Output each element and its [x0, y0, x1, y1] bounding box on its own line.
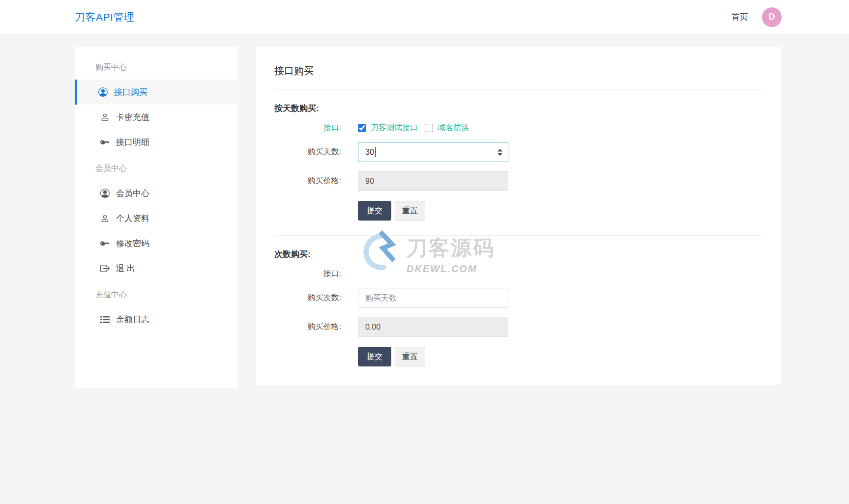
count-submit-button[interactable]: 提交	[358, 347, 391, 366]
api-flood-label[interactable]: 域名防洪	[438, 123, 469, 133]
sidebar-item-label: 个人资料	[116, 213, 149, 224]
count-price-label: 购买价格:	[274, 322, 341, 332]
spinner-up-icon[interactable]	[498, 148, 502, 151]
sidebar-item-label: 修改密码	[116, 238, 149, 249]
sidebar-item-api-purchase[interactable]: 接口购买	[75, 80, 237, 105]
count-price-input	[358, 317, 508, 337]
count-api-row: 接口:	[274, 269, 762, 279]
person-circle-icon	[98, 87, 108, 97]
sidebar-section-purchase: 购买中心	[75, 54, 237, 80]
days-label: 购买天数:	[274, 147, 341, 157]
day-price-input	[358, 171, 508, 191]
day-price-row: 购买价格:	[274, 171, 762, 191]
count-form-heading: 次数购买:	[274, 249, 762, 260]
form-divider	[274, 235, 762, 236]
sidebar-item-label: 卡密充值	[116, 112, 149, 123]
sidebar-item-label: 接口购买	[114, 86, 147, 98]
sidebar-item-logout[interactable]: 退 出	[75, 256, 237, 281]
sidebar-item-label: 接口明细	[116, 137, 149, 148]
sign-out-icon	[100, 264, 110, 273]
api-test-label[interactable]: 刀客测试接口	[371, 123, 418, 133]
page-title: 接口购买	[274, 47, 762, 90]
avatar[interactable]: D	[762, 7, 782, 27]
key-icon	[100, 138, 110, 147]
number-spinner[interactable]	[498, 148, 502, 156]
main-panel: 接口购买 按天数购买: 接口: 刀客测试接口 域名防洪 购买天数: 购买价格:	[256, 47, 781, 385]
sidebar: 购买中心 接口购买 卡密充值 接口明细 会员中心 会员中心 个人资料 修改密码 …	[75, 47, 237, 388]
person-icon	[100, 112, 110, 122]
api-option-test: 刀客测试接口	[358, 123, 425, 133]
sidebar-item-member-center[interactable]: 会员中心	[75, 181, 237, 206]
sidebar-item-card-recharge[interactable]: 卡密充值	[75, 105, 237, 130]
sidebar-item-balance-log[interactable]: 余额日志	[75, 307, 237, 332]
sidebar-item-api-detail[interactable]: 接口明细	[75, 130, 237, 155]
day-reset-button[interactable]: 重置	[395, 201, 425, 221]
api-option-flood: 域名防洪	[425, 123, 476, 133]
day-form-heading: 按天数购买:	[274, 103, 762, 114]
count-row: 购买次数:	[274, 288, 762, 308]
days-input[interactable]	[358, 142, 508, 162]
api-test-checkbox[interactable]	[358, 124, 366, 132]
person-circle-icon	[100, 189, 110, 198]
sidebar-item-profile[interactable]: 个人资料	[75, 206, 237, 231]
header-right: 首页 D	[732, 7, 782, 27]
key-icon	[100, 239, 110, 248]
day-submit-button[interactable]: 提交	[358, 201, 391, 221]
top-header: 刀客API管理 首页 D	[0, 0, 849, 34]
day-price-label: 购买价格:	[274, 176, 341, 186]
sidebar-section-member: 会员中心	[75, 155, 237, 181]
list-icon	[100, 315, 110, 324]
sidebar-item-label: 会员中心	[116, 188, 149, 199]
count-price-row: 购买价格:	[274, 317, 762, 337]
day-form-buttons: 提交 重置	[358, 201, 762, 221]
count-input[interactable]	[358, 288, 508, 308]
count-label: 购买次数:	[274, 293, 341, 303]
sidebar-item-label: 余额日志	[116, 314, 149, 325]
nav-home-link[interactable]: 首页	[732, 11, 748, 23]
count-api-label: 接口:	[274, 269, 341, 279]
sidebar-item-label: 退 出	[116, 263, 135, 274]
count-form-buttons: 提交 重置	[358, 347, 762, 366]
api-label: 接口:	[274, 123, 341, 133]
spinner-down-icon[interactable]	[498, 153, 502, 156]
days-row: 购买天数:	[274, 142, 762, 162]
brand-title[interactable]: 刀客API管理	[75, 10, 134, 24]
text-cursor	[375, 147, 376, 157]
api-flood-checkbox[interactable]	[425, 124, 433, 132]
sidebar-section-recharge: 充值中心	[75, 281, 237, 307]
count-reset-button[interactable]: 重置	[395, 347, 425, 366]
person-icon	[100, 214, 110, 223]
api-options-row: 接口: 刀客测试接口 域名防洪	[274, 123, 762, 133]
sidebar-item-change-password[interactable]: 修改密码	[75, 231, 237, 256]
